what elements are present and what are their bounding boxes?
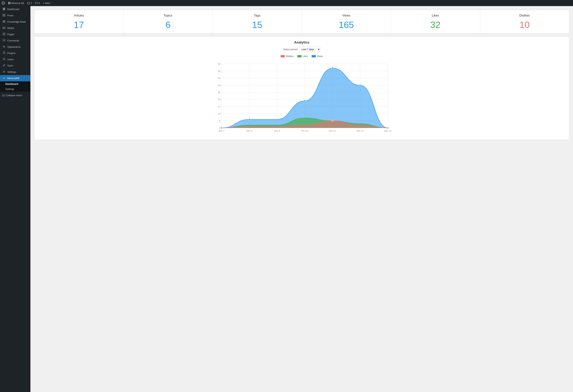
sidebar-item-label: Knowledge Base bbox=[7, 20, 26, 23]
stat-dislikes-value: 10 bbox=[483, 20, 566, 30]
svg-text:25: 25 bbox=[218, 91, 220, 94]
sidebar-item-knowledge-base[interactable]: Knowledge Base bbox=[0, 19, 30, 25]
stat-topics-value: 6 bbox=[127, 20, 210, 30]
sidebar-item-users[interactable]: Users bbox=[0, 56, 30, 63]
svg-rect-4 bbox=[8, 3, 9, 4]
stat-dislikes: Dislikes 10 bbox=[480, 10, 569, 33]
stat-articles-value: 17 bbox=[37, 20, 120, 30]
sidebar-item-comments[interactable]: Comments bbox=[0, 37, 30, 44]
svg-rect-3 bbox=[10, 2, 10, 3]
legend-views: Views bbox=[312, 55, 323, 58]
chart-legend: Dislikes Likes Views bbox=[38, 55, 565, 58]
sidebar-sub-dashboard[interactable]: Dashboard bbox=[0, 81, 30, 86]
stat-topics: Topics 6 bbox=[124, 10, 213, 33]
plugins-icon bbox=[2, 51, 6, 55]
posts-icon bbox=[2, 14, 6, 17]
svg-text:0: 0 bbox=[219, 127, 220, 129]
legend-dislikes: Dislikes bbox=[281, 55, 294, 58]
sidebar-item-tools[interactable]: Tools bbox=[0, 63, 30, 69]
svg-point-63 bbox=[332, 67, 333, 69]
minervakb-submenu: Dashboard Settings bbox=[0, 81, 30, 92]
new-label: + New bbox=[43, 2, 50, 5]
stat-views: Views 165 bbox=[302, 10, 391, 33]
analytics-svg: 051015202530354045Dec 7Dec 8Dec 9Dec 10D… bbox=[38, 60, 565, 136]
knowledge-base-icon bbox=[2, 20, 6, 23]
settings-icon bbox=[2, 70, 6, 74]
sidebar-item-media[interactable]: Media bbox=[0, 25, 30, 31]
analytics-card: Analytics Select period Last 7 days Last… bbox=[34, 36, 569, 140]
stat-dislikes-label: Dislikes bbox=[483, 14, 566, 17]
sidebar-item-label: Pages bbox=[7, 33, 14, 36]
svg-text:5: 5 bbox=[219, 120, 220, 122]
sidebar-item-minervakb[interactable]: M MinervaKB bbox=[0, 75, 30, 81]
wp-logo[interactable]: W bbox=[1, 1, 5, 5]
stat-tags-value: 15 bbox=[216, 20, 299, 30]
sidebar-item-settings[interactable]: Settings bbox=[0, 69, 30, 75]
period-label: Select period bbox=[283, 48, 298, 51]
pages-icon bbox=[2, 33, 6, 36]
svg-text:Dec 12: Dec 12 bbox=[357, 130, 364, 132]
sidebar-item-label: Dashboard bbox=[7, 8, 19, 11]
svg-point-61 bbox=[249, 119, 250, 120]
sidebar-item-label: Comments bbox=[7, 39, 19, 42]
sidebar-item-plugins[interactable]: Plugins bbox=[0, 50, 30, 56]
sidebar-item-label: Posts bbox=[7, 14, 14, 17]
stat-tags: Tags 15 bbox=[213, 10, 302, 33]
sidebar: Dashboard Posts Knowledge Base Media Pag… bbox=[0, 6, 30, 392]
svg-text:45: 45 bbox=[218, 63, 220, 65]
stat-likes: Likes 32 bbox=[391, 10, 480, 33]
stat-tags-label: Tags bbox=[216, 14, 299, 17]
main-content: Articles 17 Topics 6 Tags 15 Views 165 L… bbox=[30, 6, 573, 392]
sidebar-sub-settings[interactable]: Settings bbox=[0, 86, 30, 92]
minervakb-icon: M bbox=[2, 77, 6, 80]
svg-text:20: 20 bbox=[218, 98, 220, 101]
sidebar-item-appearance[interactable]: Appearance bbox=[0, 44, 30, 50]
dislikes-swatch bbox=[281, 55, 285, 57]
svg-rect-8 bbox=[3, 9, 4, 10]
new-link[interactable]: + New bbox=[43, 2, 50, 5]
period-select[interactable]: Last 7 days Last 30 days Last 90 days bbox=[299, 47, 320, 52]
svg-point-22 bbox=[3, 58, 5, 59]
stat-views-label: Views bbox=[305, 14, 388, 17]
svg-point-20 bbox=[4, 46, 4, 47]
sidebar-item-posts[interactable]: Posts bbox=[0, 12, 30, 19]
svg-text:Dec 11: Dec 11 bbox=[329, 130, 336, 132]
collapse-label: Collapse menu bbox=[6, 94, 22, 97]
svg-rect-21 bbox=[3, 52, 5, 53]
collapse-menu-button[interactable]: Collapse menu bbox=[0, 92, 30, 99]
site-name-link[interactable]: Minerva KB bbox=[8, 2, 24, 5]
stats-row: Articles 17 Topics 6 Tags 15 Views 165 L… bbox=[34, 10, 569, 34]
svg-point-62 bbox=[304, 100, 305, 102]
sidebar-item-pages[interactable]: Pages bbox=[0, 31, 30, 37]
svg-text:Dec 10: Dec 10 bbox=[301, 130, 308, 132]
tools-icon bbox=[2, 64, 6, 67]
svg-text:15: 15 bbox=[218, 105, 220, 108]
admin-bar: W Minerva KB 2 0 + New bbox=[0, 0, 573, 6]
views-swatch bbox=[312, 55, 316, 57]
likes-swatch bbox=[297, 55, 302, 57]
comments-icon bbox=[2, 39, 6, 42]
svg-rect-9 bbox=[4, 9, 5, 10]
comments-count: 0 bbox=[38, 2, 40, 5]
legend-likes: Likes bbox=[297, 55, 308, 58]
chart-container: 051015202530354045Dec 7Dec 8Dec 9Dec 10D… bbox=[38, 60, 565, 136]
legend-dislikes-label: Dislikes bbox=[286, 55, 294, 58]
updates-link[interactable]: 2 bbox=[27, 2, 32, 5]
svg-rect-7 bbox=[4, 8, 5, 9]
svg-text:Dec 8: Dec 8 bbox=[246, 130, 252, 132]
svg-point-71 bbox=[332, 120, 333, 121]
svg-text:M: M bbox=[3, 77, 5, 79]
svg-point-23 bbox=[4, 71, 4, 72]
stat-articles: Articles 17 bbox=[35, 10, 124, 33]
sidebar-item-label: Users bbox=[7, 58, 14, 61]
stat-topics-label: Topics bbox=[127, 14, 210, 17]
stat-likes-label: Likes bbox=[394, 14, 477, 17]
comments-link[interactable]: 0 bbox=[35, 2, 40, 5]
svg-text:10: 10 bbox=[218, 113, 220, 115]
svg-text:Dec 7: Dec 7 bbox=[219, 130, 224, 132]
svg-text:40: 40 bbox=[218, 70, 220, 72]
layout: Dashboard Posts Knowledge Base Media Pag… bbox=[0, 6, 573, 392]
stat-articles-label: Articles bbox=[37, 14, 120, 17]
legend-views-label: Views bbox=[317, 55, 323, 58]
sidebar-item-dashboard[interactable]: Dashboard bbox=[0, 6, 30, 12]
